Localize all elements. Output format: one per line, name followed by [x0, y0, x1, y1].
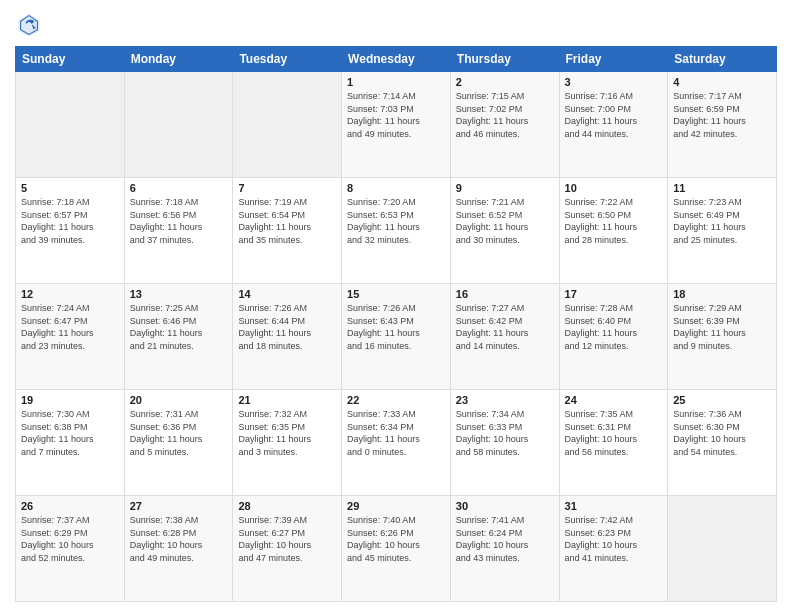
calendar-header-thursday: Thursday — [450, 47, 559, 72]
svg-marker-0 — [19, 14, 40, 37]
day-info: Sunrise: 7:32 AM Sunset: 6:35 PM Dayligh… — [238, 408, 336, 458]
day-number: 5 — [21, 182, 119, 194]
day-number: 27 — [130, 500, 228, 512]
calendar-week-row: 1Sunrise: 7:14 AM Sunset: 7:03 PM Daylig… — [16, 72, 777, 178]
day-number: 24 — [565, 394, 663, 406]
day-info: Sunrise: 7:38 AM Sunset: 6:28 PM Dayligh… — [130, 514, 228, 564]
day-number: 6 — [130, 182, 228, 194]
calendar-week-row: 5Sunrise: 7:18 AM Sunset: 6:57 PM Daylig… — [16, 178, 777, 284]
day-info: Sunrise: 7:22 AM Sunset: 6:50 PM Dayligh… — [565, 196, 663, 246]
calendar-cell: 11Sunrise: 7:23 AM Sunset: 6:49 PM Dayli… — [668, 178, 777, 284]
calendar-cell: 5Sunrise: 7:18 AM Sunset: 6:57 PM Daylig… — [16, 178, 125, 284]
day-number: 25 — [673, 394, 771, 406]
day-info: Sunrise: 7:16 AM Sunset: 7:00 PM Dayligh… — [565, 90, 663, 140]
calendar-cell: 17Sunrise: 7:28 AM Sunset: 6:40 PM Dayli… — [559, 284, 668, 390]
day-number: 9 — [456, 182, 554, 194]
day-number: 2 — [456, 76, 554, 88]
day-number: 17 — [565, 288, 663, 300]
calendar-cell: 3Sunrise: 7:16 AM Sunset: 7:00 PM Daylig… — [559, 72, 668, 178]
day-number: 15 — [347, 288, 445, 300]
day-info: Sunrise: 7:25 AM Sunset: 6:46 PM Dayligh… — [130, 302, 228, 352]
day-number: 4 — [673, 76, 771, 88]
calendar-cell: 30Sunrise: 7:41 AM Sunset: 6:24 PM Dayli… — [450, 496, 559, 602]
day-number: 13 — [130, 288, 228, 300]
day-number: 18 — [673, 288, 771, 300]
calendar-cell: 4Sunrise: 7:17 AM Sunset: 6:59 PM Daylig… — [668, 72, 777, 178]
calendar-cell: 27Sunrise: 7:38 AM Sunset: 6:28 PM Dayli… — [124, 496, 233, 602]
day-info: Sunrise: 7:26 AM Sunset: 6:44 PM Dayligh… — [238, 302, 336, 352]
day-number: 26 — [21, 500, 119, 512]
day-info: Sunrise: 7:23 AM Sunset: 6:49 PM Dayligh… — [673, 196, 771, 246]
calendar-cell: 16Sunrise: 7:27 AM Sunset: 6:42 PM Dayli… — [450, 284, 559, 390]
calendar-header-row: SundayMondayTuesdayWednesdayThursdayFrid… — [16, 47, 777, 72]
day-number: 12 — [21, 288, 119, 300]
calendar-cell: 28Sunrise: 7:39 AM Sunset: 6:27 PM Dayli… — [233, 496, 342, 602]
day-info: Sunrise: 7:14 AM Sunset: 7:03 PM Dayligh… — [347, 90, 445, 140]
day-info: Sunrise: 7:33 AM Sunset: 6:34 PM Dayligh… — [347, 408, 445, 458]
day-number: 3 — [565, 76, 663, 88]
day-info: Sunrise: 7:26 AM Sunset: 6:43 PM Dayligh… — [347, 302, 445, 352]
logo — [15, 10, 47, 38]
calendar-cell: 6Sunrise: 7:18 AM Sunset: 6:56 PM Daylig… — [124, 178, 233, 284]
day-number: 23 — [456, 394, 554, 406]
calendar-cell: 20Sunrise: 7:31 AM Sunset: 6:36 PM Dayli… — [124, 390, 233, 496]
day-number: 16 — [456, 288, 554, 300]
day-number: 31 — [565, 500, 663, 512]
day-info: Sunrise: 7:41 AM Sunset: 6:24 PM Dayligh… — [456, 514, 554, 564]
day-number: 19 — [21, 394, 119, 406]
calendar-cell: 23Sunrise: 7:34 AM Sunset: 6:33 PM Dayli… — [450, 390, 559, 496]
day-number: 29 — [347, 500, 445, 512]
day-info: Sunrise: 7:34 AM Sunset: 6:33 PM Dayligh… — [456, 408, 554, 458]
day-info: Sunrise: 7:19 AM Sunset: 6:54 PM Dayligh… — [238, 196, 336, 246]
day-info: Sunrise: 7:42 AM Sunset: 6:23 PM Dayligh… — [565, 514, 663, 564]
calendar-cell: 26Sunrise: 7:37 AM Sunset: 6:29 PM Dayli… — [16, 496, 125, 602]
day-number: 20 — [130, 394, 228, 406]
day-info: Sunrise: 7:36 AM Sunset: 6:30 PM Dayligh… — [673, 408, 771, 458]
calendar-cell: 14Sunrise: 7:26 AM Sunset: 6:44 PM Dayli… — [233, 284, 342, 390]
calendar-header-friday: Friday — [559, 47, 668, 72]
calendar-cell: 19Sunrise: 7:30 AM Sunset: 6:38 PM Dayli… — [16, 390, 125, 496]
day-info: Sunrise: 7:31 AM Sunset: 6:36 PM Dayligh… — [130, 408, 228, 458]
day-number: 21 — [238, 394, 336, 406]
day-info: Sunrise: 7:39 AM Sunset: 6:27 PM Dayligh… — [238, 514, 336, 564]
day-number: 7 — [238, 182, 336, 194]
day-info: Sunrise: 7:28 AM Sunset: 6:40 PM Dayligh… — [565, 302, 663, 352]
header — [15, 10, 777, 38]
page: SundayMondayTuesdayWednesdayThursdayFrid… — [0, 0, 792, 612]
calendar-header-sunday: Sunday — [16, 47, 125, 72]
calendar-header-monday: Monday — [124, 47, 233, 72]
calendar-week-row: 12Sunrise: 7:24 AM Sunset: 6:47 PM Dayli… — [16, 284, 777, 390]
calendar-header-saturday: Saturday — [668, 47, 777, 72]
calendar-cell — [16, 72, 125, 178]
logo-icon — [15, 10, 43, 38]
day-info: Sunrise: 7:20 AM Sunset: 6:53 PM Dayligh… — [347, 196, 445, 246]
calendar-cell: 8Sunrise: 7:20 AM Sunset: 6:53 PM Daylig… — [342, 178, 451, 284]
calendar-header-tuesday: Tuesday — [233, 47, 342, 72]
calendar-cell: 1Sunrise: 7:14 AM Sunset: 7:03 PM Daylig… — [342, 72, 451, 178]
day-number: 11 — [673, 182, 771, 194]
calendar-cell — [668, 496, 777, 602]
day-info: Sunrise: 7:24 AM Sunset: 6:47 PM Dayligh… — [21, 302, 119, 352]
day-number: 1 — [347, 76, 445, 88]
day-number: 30 — [456, 500, 554, 512]
calendar-cell: 7Sunrise: 7:19 AM Sunset: 6:54 PM Daylig… — [233, 178, 342, 284]
day-number: 14 — [238, 288, 336, 300]
calendar-cell: 18Sunrise: 7:29 AM Sunset: 6:39 PM Dayli… — [668, 284, 777, 390]
calendar-cell: 13Sunrise: 7:25 AM Sunset: 6:46 PM Dayli… — [124, 284, 233, 390]
calendar-cell: 10Sunrise: 7:22 AM Sunset: 6:50 PM Dayli… — [559, 178, 668, 284]
calendar-cell: 15Sunrise: 7:26 AM Sunset: 6:43 PM Dayli… — [342, 284, 451, 390]
day-info: Sunrise: 7:15 AM Sunset: 7:02 PM Dayligh… — [456, 90, 554, 140]
calendar-cell — [233, 72, 342, 178]
calendar-cell: 9Sunrise: 7:21 AM Sunset: 6:52 PM Daylig… — [450, 178, 559, 284]
calendar-cell: 2Sunrise: 7:15 AM Sunset: 7:02 PM Daylig… — [450, 72, 559, 178]
calendar-table: SundayMondayTuesdayWednesdayThursdayFrid… — [15, 46, 777, 602]
calendar-header-wednesday: Wednesday — [342, 47, 451, 72]
day-info: Sunrise: 7:35 AM Sunset: 6:31 PM Dayligh… — [565, 408, 663, 458]
day-info: Sunrise: 7:21 AM Sunset: 6:52 PM Dayligh… — [456, 196, 554, 246]
day-number: 10 — [565, 182, 663, 194]
calendar-cell: 12Sunrise: 7:24 AM Sunset: 6:47 PM Dayli… — [16, 284, 125, 390]
day-info: Sunrise: 7:17 AM Sunset: 6:59 PM Dayligh… — [673, 90, 771, 140]
day-number: 28 — [238, 500, 336, 512]
day-info: Sunrise: 7:27 AM Sunset: 6:42 PM Dayligh… — [456, 302, 554, 352]
day-info: Sunrise: 7:37 AM Sunset: 6:29 PM Dayligh… — [21, 514, 119, 564]
